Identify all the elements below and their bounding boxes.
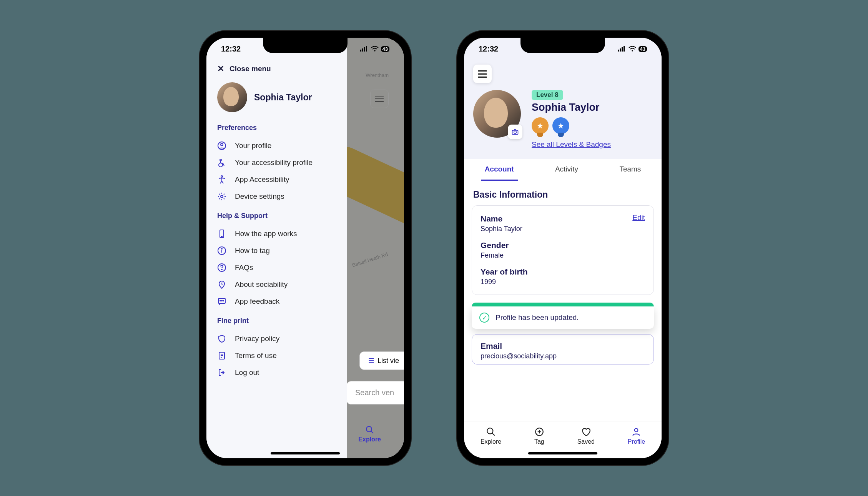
item-feedback[interactable]: App feedback [217,293,338,310]
gender-value: Female [481,251,645,260]
avatar[interactable] [473,90,521,138]
camera-icon [511,128,519,136]
tab-teams[interactable]: Teams [615,159,645,181]
item-label: Log out [235,368,259,377]
item-logout[interactable]: Log out [217,364,338,381]
svg-point-12 [221,195,223,198]
item-label: How the app works [235,230,297,238]
section-fine-title: Fine print [217,317,338,325]
plus-circle-icon [534,427,544,437]
heart-icon [581,427,591,437]
item-label: Your profile [235,141,271,150]
shield-icon [217,334,226,343]
chat-icon [217,297,226,306]
profile-name: Sophia Taylor [532,102,611,113]
tab-activity[interactable]: Activity [551,159,582,181]
email-value: precious@sociability.app [481,352,645,360]
see-all-link[interactable]: See all Levels & Badges [532,140,611,149]
item-device-settings[interactable]: Device settings [217,188,338,205]
toast: ✓ Profile has been updated. [472,303,654,329]
item-privacy[interactable]: Privacy policy [217,330,338,347]
wifi-icon [371,45,379,53]
svg-point-24 [223,300,224,301]
item-faqs[interactable]: FAQs [217,259,338,276]
gear-icon [217,192,226,201]
nav-label: Saved [577,438,595,445]
item-accessibility-profile[interactable]: Your accessibility profile [217,154,338,171]
email-card: Email precious@sociability.app [472,334,654,365]
yob-label: Year of birth [481,267,645,276]
list-icon: ☰ [368,357,374,365]
nav-label: Profile [628,438,645,445]
drawer-profile[interactable]: Sophia Taylor [217,82,338,112]
gender-label: Gender [481,241,645,250]
svg-point-11 [221,176,223,177]
screen: 12:32 43 Wrentham Balsall Heath Rd ☰List… [206,38,404,458]
hamburger-button[interactable] [473,65,492,83]
tab-account[interactable]: Account [481,159,518,181]
nav-explore[interactable]: Explore [481,427,501,445]
screen: 12:32 43 Level 8 Sophia Taylor [464,38,662,458]
close-menu-label: Close menu [229,65,271,73]
svg-rect-2 [364,47,365,52]
edit-link[interactable]: Edit [632,213,645,222]
item-app-accessibility[interactable]: App Accessibility [217,171,338,188]
search-input[interactable]: Search ven [346,381,404,404]
svg-rect-30 [620,48,621,52]
home-indicator [528,452,597,454]
svg-point-4 [374,50,376,52]
section-preferences-title: Preferences [217,124,338,132]
nav-profile[interactable]: Profile [628,427,645,445]
svg-rect-32 [624,46,625,52]
avatar [217,82,247,112]
svg-line-37 [492,433,495,436]
notch [263,38,348,53]
toast-body: ✓ Profile has been updated. [472,306,654,329]
list-view-button[interactable]: ☰List vie [359,351,404,370]
item-label: How to tag [235,246,270,255]
close-icon: ✕ [217,65,224,73]
email-label: Email [481,341,645,351]
svg-point-23 [221,300,222,301]
nav-label: Tag [534,438,544,445]
info-icon [217,246,226,255]
person-icon [631,427,641,437]
nav-explore[interactable]: Explore [358,425,381,443]
item-label: Your accessibility profile [235,158,313,167]
item-your-profile[interactable]: Your profile [217,137,338,154]
check-circle-icon: ✓ [479,313,489,323]
nav-label: Explore [481,438,501,445]
svg-point-22 [220,300,221,301]
svg-line-6 [371,431,373,433]
badge-blue: ★ [552,117,569,134]
home-indicator [271,452,340,454]
notch [520,38,605,53]
close-menu-button[interactable]: ✕ Close menu [217,65,338,73]
nav-tag[interactable]: Tag [534,427,544,445]
document-icon [217,351,226,360]
question-icon [217,263,226,272]
person-circle-icon [217,141,226,150]
item-how-to-tag[interactable]: How to tag [217,242,338,259]
item-about[interactable]: S About sociability [217,276,338,293]
section-help-title: Help & Support [217,212,338,220]
camera-button[interactable] [508,125,522,139]
yob-value: 1999 [481,278,645,286]
toast-text: Profile has been updated. [496,313,579,322]
map-hamburger-button[interactable] [370,90,389,108]
item-terms[interactable]: Terms of use [217,347,338,364]
svg-point-5 [366,426,372,432]
phone-icon [217,229,226,238]
status-icons: 43 [618,45,647,53]
svg-point-10 [219,163,223,167]
item-label: FAQs [235,263,253,272]
item-label: App feedback [235,297,279,306]
nav-saved[interactable]: Saved [577,427,595,445]
nav-explore-label: Explore [358,436,381,443]
item-how-app-works[interactable]: How the app works [217,225,338,242]
list-view-label: List vie [377,357,399,365]
wifi-icon [629,45,636,53]
profile-header: Level 8 Sophia Taylor ★ ★ See all Levels… [464,38,662,159]
drawer-user-name: Sophia Taylor [254,92,312,103]
item-label: Terms of use [235,351,277,360]
